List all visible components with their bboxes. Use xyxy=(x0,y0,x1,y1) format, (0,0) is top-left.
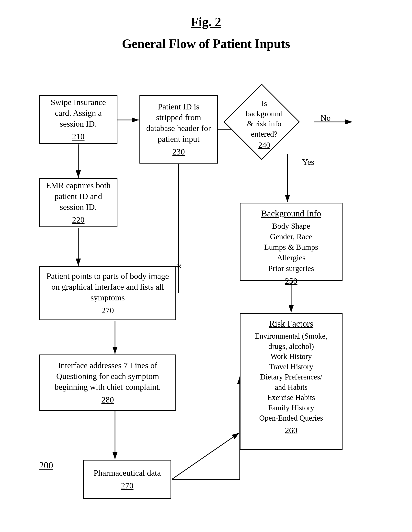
pharma-number: 270 xyxy=(121,480,134,491)
box270-number: 270 xyxy=(102,305,114,316)
diagram-area: ✕ Swipe Insurance card. Assign a session… xyxy=(20,66,392,531)
box250-number: 250 xyxy=(285,276,298,286)
diagram-title: General Flow of Patient Inputs xyxy=(20,36,392,51)
box260-items: Environmental (Smoke, drugs, alcohol) Wo… xyxy=(255,331,327,423)
pharma-label: Pharmaceutical data xyxy=(94,468,161,478)
box-210: Swipe Insurance card. Assign a session I… xyxy=(39,95,117,144)
box260-number: 260 xyxy=(285,425,298,436)
label-no: No xyxy=(320,113,331,123)
box-260: Risk Factors Environmental (Smoke, drugs… xyxy=(240,313,343,450)
diamond-240: Is background & risk info entered? 240 xyxy=(230,90,298,159)
box220-label: EMR captures both patient ID and session… xyxy=(44,180,113,213)
box230-number: 230 xyxy=(172,146,185,157)
box210-label: Swipe Insurance card. Assign a session I… xyxy=(44,97,113,130)
box250-title: Background Info xyxy=(261,209,321,218)
box-250: Background Info Body Shape Gender, Race … xyxy=(240,203,343,281)
diamond240-text: Is background & risk info entered? 240 xyxy=(243,96,285,153)
box210-number: 210 xyxy=(72,131,85,142)
box280-label: Interface addresses 7 Lines of Questioni… xyxy=(44,360,172,393)
box-pharma: Pharmaceutical data 270 xyxy=(83,460,171,499)
box-270-body: Patient points to parts of body image on… xyxy=(39,266,176,320)
box270-label: Patient points to parts of body image on… xyxy=(44,271,172,303)
page: Fig. 2 General Flow of Patient Inputs xyxy=(0,0,412,532)
box280-number: 280 xyxy=(102,394,114,405)
outer-label-200: 200 xyxy=(39,460,53,471)
label-yes: Yes xyxy=(302,157,314,167)
box-230: Patient ID is stripped from database hea… xyxy=(139,95,218,164)
box-220: EMR captures both patient ID and session… xyxy=(39,178,117,227)
fig-title: Fig. 2 xyxy=(20,15,392,29)
box220-number: 220 xyxy=(72,214,85,225)
box230-label: Patient ID is stripped from database hea… xyxy=(144,101,213,145)
box260-title: Risk Factors xyxy=(269,319,313,329)
box250-items: Body Shape Gender, Race Lumps & Bumps Al… xyxy=(264,221,318,274)
svg-text:✕: ✕ xyxy=(176,263,182,270)
box-280: Interface addresses 7 Lines of Questioni… xyxy=(39,355,176,411)
svg-line-14 xyxy=(172,433,239,479)
